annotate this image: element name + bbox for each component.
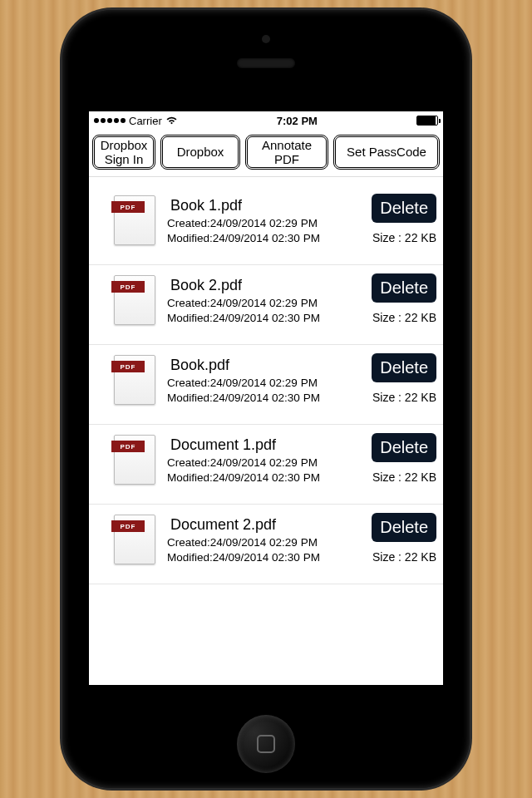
annotate-pdf-button[interactable]: Annotate PDF bbox=[245, 135, 328, 170]
list-item[interactable]: PDF Document 2.pdf Created:24/09/2014 02… bbox=[89, 505, 443, 584]
delete-button[interactable]: Delete bbox=[372, 194, 436, 223]
phone-frame: Carrier 7:02 PM Dropbox Sign In Dropbox … bbox=[62, 10, 470, 788]
pdf-file-icon: PDF bbox=[114, 275, 155, 325]
list-item[interactable]: PDF Book 1.pdf Created:24/09/2014 02:29 … bbox=[89, 185, 443, 265]
file-right: Delete Size : 22 KB bbox=[372, 353, 436, 404]
list-item[interactable]: PDF Book.pdf Created:24/09/2014 02:29 PM… bbox=[89, 345, 443, 425]
delete-button[interactable]: Delete bbox=[372, 433, 436, 462]
camera-dot bbox=[262, 35, 270, 43]
list-item[interactable]: PDF Book 2.pdf Created:24/09/2014 02:29 … bbox=[89, 265, 443, 345]
dropbox-signin-button[interactable]: Dropbox Sign In bbox=[92, 135, 155, 170]
pdf-file-icon: PDF bbox=[114, 435, 155, 485]
file-size: Size : 22 KB bbox=[372, 311, 436, 324]
status-time: 7:02 PM bbox=[178, 115, 416, 127]
file-right: Delete Size : 22 KB bbox=[372, 273, 436, 324]
file-size: Size : 22 KB bbox=[372, 550, 436, 564]
file-right: Delete Size : 22 KB bbox=[372, 513, 436, 564]
pdf-file-icon: PDF bbox=[114, 195, 155, 245]
home-square-icon bbox=[257, 735, 275, 753]
pdf-badge: PDF bbox=[111, 201, 145, 213]
file-right: Delete Size : 22 KB bbox=[372, 194, 436, 244]
file-size: Size : 22 KB bbox=[372, 470, 436, 484]
pdf-file-icon: PDF bbox=[114, 355, 155, 405]
dropbox-button[interactable]: Dropbox bbox=[160, 135, 240, 170]
delete-button[interactable]: Delete bbox=[372, 513, 436, 542]
delete-button[interactable]: Delete bbox=[372, 273, 436, 303]
status-left: Carrier bbox=[94, 115, 178, 127]
home-button[interactable] bbox=[237, 715, 295, 773]
file-right: Delete Size : 22 KB bbox=[372, 433, 436, 484]
signal-dots-icon bbox=[94, 118, 126, 123]
pdf-badge: PDF bbox=[111, 281, 145, 293]
file-size: Size : 22 KB bbox=[372, 231, 436, 244]
file-list[interactable]: PDF Book 1.pdf Created:24/09/2014 02:29 … bbox=[89, 185, 443, 584]
pdf-badge: PDF bbox=[111, 520, 145, 532]
pdf-file-icon: PDF bbox=[114, 515, 155, 564]
pdf-badge: PDF bbox=[111, 441, 145, 452]
carrier-label: Carrier bbox=[129, 115, 162, 127]
set-passcode-button[interactable]: Set PassCode bbox=[333, 135, 440, 170]
delete-button[interactable]: Delete bbox=[372, 353, 436, 382]
pdf-badge: PDF bbox=[111, 361, 145, 372]
status-bar: Carrier 7:02 PM bbox=[89, 111, 443, 130]
speaker-slot bbox=[237, 58, 295, 68]
wifi-icon bbox=[165, 116, 178, 126]
screen: Carrier 7:02 PM Dropbox Sign In Dropbox … bbox=[89, 111, 443, 685]
status-right bbox=[416, 116, 438, 126]
battery-icon bbox=[416, 116, 438, 126]
list-item[interactable]: PDF Document 1.pdf Created:24/09/2014 02… bbox=[89, 425, 443, 505]
file-size: Size : 22 KB bbox=[372, 391, 436, 404]
toolbar: Dropbox Sign In Dropbox Annotate PDF Set… bbox=[89, 130, 443, 177]
